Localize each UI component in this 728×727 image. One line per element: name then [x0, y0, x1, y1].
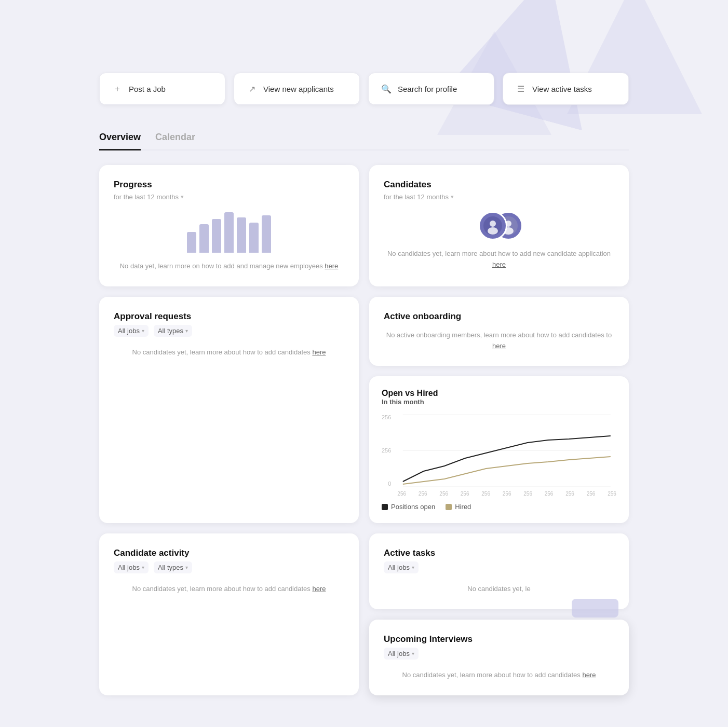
candidates-subtitle: for the last 12 months ▾ — [384, 193, 614, 201]
svg-point-2 — [488, 227, 498, 235]
chevron-down-icon-7: ▾ — [412, 565, 414, 570]
chevron-down-icon-3: ▾ — [142, 328, 144, 334]
approval-filters: All jobs ▾ All types ▾ — [114, 325, 344, 337]
tasks-jobs-filter[interactable]: All jobs ▾ — [384, 561, 419, 573]
activity-empty-text: No candidates yet, learn more about how … — [114, 584, 344, 595]
main-grid: Progress for the last 12 months ▾ No dat… — [99, 165, 629, 695]
activity-title: Candidate activity — [114, 548, 344, 558]
tab-calendar[interactable]: Calendar — [155, 126, 195, 150]
chart-title: Open vs Hired — [382, 389, 616, 398]
y-axis: 256 256 0 — [382, 414, 393, 487]
tasks-filters: All jobs ▾ — [384, 561, 614, 573]
progress-subtitle: for the last 12 months ▾ — [114, 193, 344, 201]
search-profile-button[interactable]: 🔍 Search for profile — [368, 73, 494, 105]
y-label-top: 256 — [382, 414, 391, 420]
onboarding-title: Active onboarding — [384, 311, 614, 322]
chevron-down-icon-5: ▾ — [142, 565, 144, 570]
tasks-empty-text: No candidates yet, le — [384, 584, 614, 595]
approval-types-filter[interactable]: All types ▾ — [154, 325, 192, 337]
view-tasks-label: View active tasks — [532, 85, 592, 93]
search-icon: 🔍 — [381, 84, 392, 94]
candidates-empty-text: No candidates yet, learn more about how … — [384, 249, 614, 270]
chart-subtitle: In this month — [382, 398, 616, 406]
legend-dot-hired — [446, 504, 452, 510]
x-axis: 256256256256256256256256256256256 — [397, 491, 616, 497]
chart-svg-container: 256256256256256256256256256256256 — [397, 414, 616, 497]
avatar-1 — [478, 211, 507, 240]
activity-jobs-filter[interactable]: All jobs ▾ — [114, 561, 149, 573]
onboarding-card: Active onboarding No active onboarding m… — [369, 297, 629, 366]
bar-6 — [249, 223, 259, 253]
tasks-icon: ☰ — [516, 84, 526, 94]
progress-empty-text: No data yet, learn more on how to add an… — [114, 261, 344, 272]
y-label-bottom: 0 — [382, 481, 391, 487]
bar-5 — [237, 217, 246, 253]
candidates-avatar-group — [384, 211, 614, 240]
interviews-card: Upcoming Interviews All jobs ▾ No candid… — [369, 620, 629, 695]
interviews-title: Upcoming Interviews — [384, 634, 614, 644]
tabs: Overview Calendar — [99, 126, 629, 150]
bar-3 — [212, 219, 221, 253]
tab-overview[interactable]: Overview — [99, 126, 141, 150]
progress-title: Progress — [114, 180, 344, 190]
right-column: Active onboarding No active onboarding m… — [369, 297, 629, 524]
progress-link[interactable]: here — [325, 262, 338, 270]
chevron-down-icon: ▾ — [181, 194, 184, 200]
plus-icon: ＋ — [112, 84, 123, 94]
progress-card: Progress for the last 12 months ▾ No dat… — [99, 165, 359, 286]
view-applicants-button[interactable]: ↗ View new applicants — [234, 73, 360, 105]
tasks-title: Active tasks — [384, 548, 614, 558]
bar-7 — [262, 215, 271, 253]
bar-1 — [187, 232, 196, 253]
activity-types-filter[interactable]: All types ▾ — [154, 561, 192, 573]
interviews-filters: All jobs ▾ — [384, 648, 614, 660]
approval-card: Approval requests All jobs ▾ All types ▾… — [99, 297, 359, 524]
candidates-link[interactable]: here — [492, 260, 506, 268]
view-tasks-button[interactable]: ☰ View active tasks — [503, 73, 629, 105]
onboarding-empty-text: No active onboarding members, learn more… — [384, 330, 614, 352]
open-vs-hired-card: Open vs Hired In this month 256 256 0 — [369, 376, 629, 523]
legend-dot-open — [382, 504, 388, 510]
search-profile-label: Search for profile — [398, 85, 457, 93]
y-label-mid: 256 — [382, 447, 391, 454]
line-chart-svg — [397, 414, 616, 487]
approval-jobs-filter[interactable]: All jobs ▾ — [114, 325, 149, 337]
post-job-button[interactable]: ＋ Post a Job — [99, 73, 225, 105]
action-bar: ＋ Post a Job ↗ View new applicants 🔍 Sea… — [99, 73, 629, 105]
candidates-title: Candidates — [384, 180, 614, 190]
activity-filters: All jobs ▾ All types ▾ — [114, 561, 344, 573]
bar-4 — [224, 212, 234, 253]
chart-area: 256 256 0 — [382, 414, 616, 497]
bar-2 — [199, 224, 209, 253]
chevron-down-icon-4: ▾ — [185, 328, 188, 334]
arrow-out-icon: ↗ — [247, 84, 257, 94]
approval-title: Approval requests — [114, 311, 344, 322]
tasks-card: Active tasks All jobs ▾ No candidates ye… — [369, 533, 629, 609]
approval-empty-text: No candidates yet, learn more about how … — [114, 347, 344, 358]
chevron-down-icon-8: ▾ — [412, 651, 414, 656]
candidates-card: Candidates for the last 12 months ▾ — [369, 165, 629, 286]
post-job-label: Post a Job — [129, 85, 166, 93]
interviews-jobs-filter[interactable]: All jobs ▾ — [384, 648, 419, 660]
interviews-empty-text: No candidates yet, learn more about how … — [384, 670, 614, 681]
interviews-link[interactable]: here — [582, 671, 596, 679]
interviews-action-button[interactable] — [572, 599, 618, 618]
bar-chart — [187, 211, 271, 253]
chevron-down-icon-2: ▾ — [451, 194, 454, 200]
activity-card: Candidate activity All jobs ▾ All types … — [99, 533, 359, 695]
legend-positions-open: Positions open — [382, 503, 435, 511]
approval-link[interactable]: here — [312, 348, 326, 356]
right-bottom-column: Active tasks All jobs ▾ No candidates ye… — [369, 533, 629, 695]
onboarding-link[interactable]: here — [492, 342, 506, 350]
activity-link[interactable]: here — [312, 585, 326, 593]
chart-legend: Positions open Hired — [382, 503, 616, 511]
svg-point-1 — [490, 221, 496, 227]
legend-hired: Hired — [446, 503, 471, 511]
chevron-down-icon-6: ▾ — [185, 565, 188, 570]
view-applicants-label: View new applicants — [263, 85, 334, 93]
